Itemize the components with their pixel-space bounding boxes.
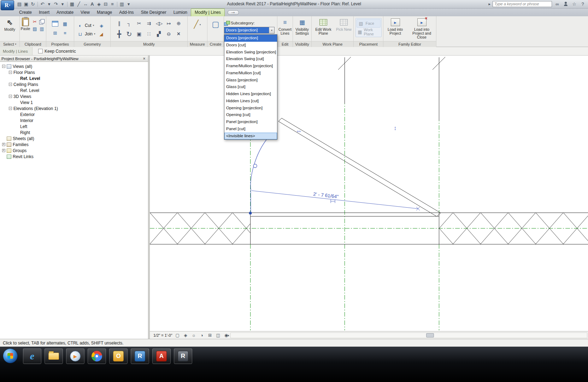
collapse-icon[interactable]	[9, 95, 12, 98]
create-group-icon[interactable]	[212, 20, 219, 29]
collapse-icon[interactable]	[2, 65, 5, 68]
customize-qat-icon[interactable]	[125, 1, 132, 7]
collapse-icon[interactable]	[9, 71, 12, 74]
detail-level-icon[interactable]	[175, 332, 181, 338]
convert-lines-button[interactable]: Convert Lines	[278, 16, 293, 35]
panel-label-placement[interactable]: Placement	[354, 41, 383, 47]
load-into-project-and-close-button[interactable]: Load into Project and Close	[408, 16, 435, 39]
tree-item-ref-level[interactable]: Ref. Level	[0, 75, 148, 81]
panel-label-work-plane[interactable]: Work Plane	[312, 41, 353, 47]
selected-sketch[interactable]	[251, 138, 420, 212]
load-into-project-button[interactable]: Load into Project	[384, 16, 406, 35]
option-hidden-lines-projection[interactable]: Hidden Lines [projection]	[224, 91, 277, 98]
pin-icon[interactable]	[176, 20, 182, 27]
default-3d-view-icon[interactable]	[96, 1, 102, 7]
tree-item-elevations[interactable]: Elevations (Elevation 1)	[0, 105, 148, 111]
infocenter-expand-icon[interactable]	[488, 2, 490, 6]
paint-icon[interactable]	[98, 31, 105, 37]
undo-dropdown-icon[interactable]	[46, 1, 52, 7]
aligned-dimension-icon[interactable]	[82, 1, 89, 7]
panel-label-select[interactable]: Select	[0, 41, 19, 47]
edit-work-plane-button[interactable]: Edit Work Plane	[313, 16, 334, 35]
tree-item-floor-plans[interactable]: Floor Plans	[0, 69, 148, 75]
tree-item-ceiling-ref-level[interactable]: Ref. Level	[0, 87, 148, 93]
tree-item-exterior[interactable]: Exterior	[0, 111, 148, 117]
option-opening-cut[interactable]: Opening [cut]	[224, 111, 277, 118]
taskbar-media-player[interactable]	[66, 348, 84, 364]
drawing-area[interactable]: 2' - 7 61/64" ⇔ ↕	[150, 56, 588, 331]
paste-button[interactable]: Paste	[21, 18, 30, 31]
panel-label-geometry[interactable]: Geometry	[74, 41, 110, 47]
option-panel-cut[interactable]: Panel [cut]	[224, 126, 277, 133]
save-icon[interactable]	[23, 1, 29, 7]
solid-icon[interactable]	[98, 22, 105, 29]
tree-item-interior[interactable]: Interior	[0, 117, 148, 123]
modify-button[interactable]: Modify	[4, 16, 15, 31]
ribbon-display-toggle[interactable]	[228, 10, 239, 15]
option-doors-cut[interactable]: Doors [cut]	[224, 42, 277, 49]
tree-item-revit-links[interactable]: Revit Links	[0, 154, 148, 160]
expand-icon[interactable]	[2, 149, 5, 152]
option-elevation-swing-projection[interactable]: Elevation Swing [projection]	[224, 49, 277, 56]
copy-icon[interactable]	[39, 18, 45, 25]
properties-icon[interactable]	[52, 21, 58, 27]
tree-item-3d-views[interactable]: 3D Views	[0, 93, 148, 99]
measure-icon[interactable]	[194, 20, 199, 29]
section-icon[interactable]	[102, 1, 109, 7]
option-glass-cut[interactable]: Glass [cut]	[224, 83, 277, 91]
crop-view-icon[interactable]	[207, 332, 213, 338]
taskbar-chrome[interactable]	[88, 348, 106, 364]
option-frame-mullion-projection[interactable]: Frame/Mullion [projection]	[224, 63, 277, 70]
scroll-left-icon[interactable]	[226, 333, 230, 338]
match-type-icon[interactable]	[31, 25, 38, 32]
family-category-icon[interactable]	[52, 30, 58, 36]
offset-icon[interactable]	[146, 20, 152, 27]
panel-label-properties[interactable]: Properties	[46, 41, 74, 47]
collapse-icon[interactable]	[9, 83, 12, 86]
panel-label-modify[interactable]: Modify	[111, 41, 187, 47]
chevron-down-icon[interactable]	[200, 23, 201, 26]
tab-manage[interactable]: Manage	[93, 9, 116, 16]
tree-item-views-all[interactable]: Views (all)	[0, 63, 148, 69]
align-icon[interactable]	[116, 20, 123, 27]
application-menu-button[interactable]: R	[1, 0, 14, 10]
split-element-icon[interactable]	[136, 20, 142, 27]
tree-item-ceiling-plans[interactable]: Ceiling Plans	[0, 81, 148, 87]
combobox-dropdown-icon[interactable]	[269, 27, 274, 33]
tree-item-left[interactable]: Left	[0, 123, 148, 129]
tab-add-ins[interactable]: Add-Ins	[116, 9, 137, 16]
start-button[interactable]	[3, 348, 18, 363]
close-icon[interactable]	[142, 56, 147, 61]
tab-lumion[interactable]: Lumion	[170, 9, 191, 16]
cope-icon[interactable]	[126, 20, 133, 27]
switch-windows-icon[interactable]	[119, 1, 125, 7]
show-crop-region-icon[interactable]	[215, 332, 221, 338]
rotate-icon[interactable]	[126, 31, 133, 37]
tree-item-sheets[interactable]: Sheets (all)	[0, 135, 148, 141]
option-invisible-lines[interactable]: <Invisible lines>	[224, 133, 277, 140]
tab-annotate[interactable]: Annotate	[53, 9, 77, 16]
family-types-icon[interactable]	[62, 21, 68, 27]
drag-grip-icon[interactable]	[253, 164, 257, 168]
tree-item-view-1[interactable]: View 1	[0, 99, 148, 105]
place-on-work-plane-option[interactable]: Work Plane	[357, 28, 381, 36]
search-icon[interactable]	[554, 1, 560, 7]
scrollbar-thumb[interactable]	[426, 333, 434, 337]
pick-new-work-plane-button[interactable]: Pick New	[335, 16, 352, 31]
unpin-icon[interactable]	[166, 31, 172, 37]
drawing-canvas[interactable]: 2' - 7 61/64" ⇔ ↕	[150, 56, 588, 331]
temporary-dimension-text[interactable]: 2' - 7 61/64"	[313, 191, 339, 199]
help-icon[interactable]	[580, 1, 586, 7]
move-icon[interactable]	[116, 31, 123, 37]
option-frame-mullion-cut[interactable]: Frame/Mullion [cut]	[224, 70, 277, 77]
plywood-panel[interactable]	[278, 118, 441, 216]
option-elevation-swing-cut[interactable]: Elevation Swing [cut]	[224, 56, 277, 63]
undo-icon[interactable]	[39, 1, 46, 7]
shadows-icon[interactable]	[199, 332, 205, 338]
open-icon[interactable]	[16, 1, 23, 7]
project-browser-header[interactable]: Project Browser - PartialHeightPlyWallNe…	[0, 56, 148, 62]
tree-item-right[interactable]: Right	[0, 129, 148, 135]
option-panel-projection[interactable]: Panel [projection]	[224, 118, 277, 126]
option-opening-projection[interactable]: Opening [projection]	[224, 105, 277, 112]
panel-label-clipboard[interactable]: Clipboard	[20, 41, 46, 47]
